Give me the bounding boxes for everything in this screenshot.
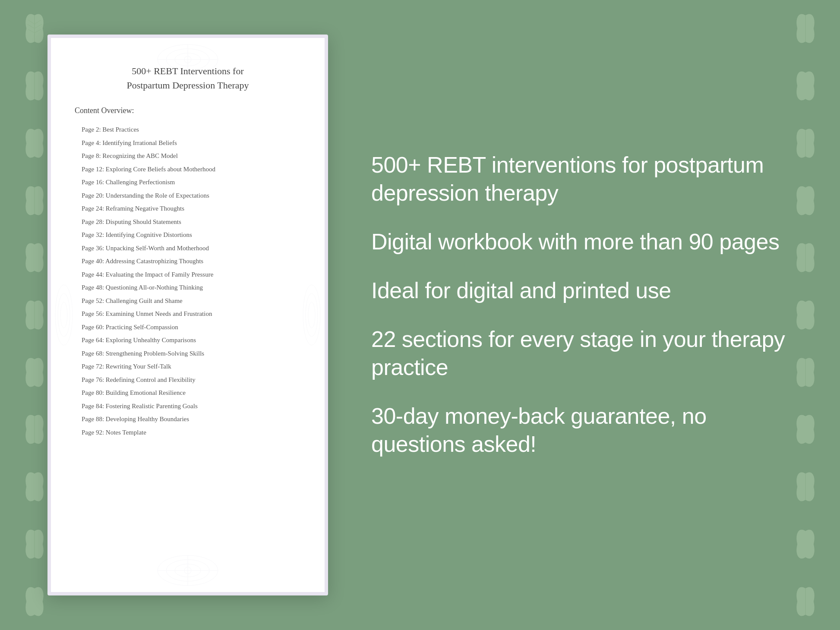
- toc-item: Page 72: Rewriting Your Self-Talk: [75, 360, 301, 373]
- svg-point-1: [22, 12, 47, 45]
- toc-item: Page 52: Challenging Guilt and Shame: [75, 294, 301, 308]
- feature-text: 500+ REBT interventions for postpartum d…: [371, 151, 805, 207]
- right-panel: 500+ REBT interventions for postpartum d…: [328, 125, 840, 505]
- svg-point-0: [22, 12, 47, 45]
- toc-item: Page 16: Challenging Perfectionism: [75, 176, 301, 189]
- svg-point-23: [22, 356, 47, 389]
- svg-line-6: [35, 20, 41, 24]
- toc-item: Page 92: Notes Template: [75, 426, 301, 439]
- toc-item: Page 80: Building Emotional Resilience: [75, 386, 301, 400]
- svg-line-8: [35, 29, 41, 33]
- svg-point-27: [22, 470, 47, 504]
- svg-point-15: [22, 183, 47, 217]
- features-list: 500+ REBT interventions for postpartum d…: [371, 151, 805, 458]
- doc-decoration-top: [145, 42, 231, 77]
- svg-line-3: [28, 20, 35, 24]
- toc-item: Page 4: Identifying Irrational Beliefs: [75, 136, 301, 150]
- svg-point-34: [793, 12, 818, 45]
- toc-item: Page 20: Understanding the Role of Expec…: [75, 189, 301, 202]
- svg-point-12: [22, 126, 47, 160]
- svg-point-24: [22, 413, 47, 446]
- svg-point-37: [793, 69, 818, 103]
- svg-point-9: [22, 69, 47, 103]
- doc-decoration-right: [301, 272, 322, 358]
- svg-point-19: [22, 298, 47, 332]
- svg-point-79: [308, 302, 315, 328]
- toc-item: Page 60: Practicing Self-Compassion: [75, 321, 301, 334]
- svg-point-58: [793, 527, 818, 561]
- svg-point-17: [22, 241, 47, 274]
- svg-line-7: [35, 24, 42, 28]
- toc-item: Page 36: Unpacking Self-Worth and Mother…: [75, 242, 301, 255]
- doc-decoration-left: [53, 272, 75, 358]
- svg-point-10: [22, 69, 47, 103]
- toc-item: Page 64: Exploring Unhealthy Comparisons: [75, 334, 301, 347]
- svg-point-33: [22, 585, 47, 618]
- svg-point-14: [22, 183, 47, 217]
- svg-point-20: [22, 298, 47, 332]
- svg-point-22: [22, 356, 47, 389]
- toc-item: Page 40: Addressing Catastrophizing Thou…: [75, 255, 301, 268]
- toc-item: Page 8: Recognizing the ABC Model: [75, 149, 301, 163]
- toc-item: Page 88: Developing Healthy Boundaries: [75, 413, 301, 426]
- svg-point-38: [793, 69, 818, 103]
- svg-point-76: [60, 302, 67, 328]
- svg-line-5: [28, 29, 35, 33]
- svg-point-13: [22, 126, 47, 160]
- svg-point-25: [22, 413, 47, 446]
- toc-item: Page 24: Reframing Negative Thoughts: [75, 202, 301, 215]
- toc-heading: Content Overview:: [75, 106, 301, 115]
- svg-point-32: [22, 585, 47, 618]
- feature-text: 30-day money-back guarantee, no question…: [371, 402, 805, 458]
- feature-text: Digital workbook with more than 90 pages: [371, 228, 805, 256]
- toc-item: Page 12: Exploring Core Beliefs about Mo…: [75, 163, 301, 176]
- toc-item: Page 56: Examining Unmet Needs and Frust…: [75, 307, 301, 321]
- feature-text: Ideal for digital and printed use: [371, 277, 805, 305]
- svg-point-75: [58, 293, 70, 337]
- toc-item: Page 48: Questioning All-or-Nothing Thin…: [75, 281, 301, 294]
- toc-item: Page 28: Disputing Should Statements: [75, 215, 301, 229]
- toc-item: Page 84: Fostering Realistic Parenting G…: [75, 400, 301, 413]
- document-card: 500+ REBT Interventions for Postpartum D…: [47, 35, 328, 595]
- svg-point-35: [793, 12, 818, 45]
- svg-point-29: [22, 527, 47, 561]
- svg-point-57: [793, 527, 818, 561]
- toc-list: Page 2: Best PracticesPage 4: Identifyin…: [75, 123, 301, 439]
- toc-item: Page 32: Identifying Cognitive Distortio…: [75, 228, 301, 242]
- svg-point-28: [22, 470, 47, 504]
- svg-point-60: [793, 585, 818, 618]
- doc-decoration-bottom: [145, 553, 231, 588]
- svg-point-78: [306, 293, 318, 337]
- toc-item: Page 2: Best Practices: [75, 123, 301, 136]
- toc-item: Page 68: Strengthening Problem-Solving S…: [75, 347, 301, 360]
- toc-item: Page 76: Redefining Control and Flexibil…: [75, 373, 301, 387]
- svg-point-59: [793, 585, 818, 618]
- feature-text: 22 sections for every stage in your ther…: [371, 325, 805, 381]
- svg-point-30: [22, 527, 47, 561]
- svg-point-18: [22, 241, 47, 274]
- toc-item: Page 44: Evaluating the Impact of Family…: [75, 268, 301, 281]
- svg-line-4: [27, 24, 35, 28]
